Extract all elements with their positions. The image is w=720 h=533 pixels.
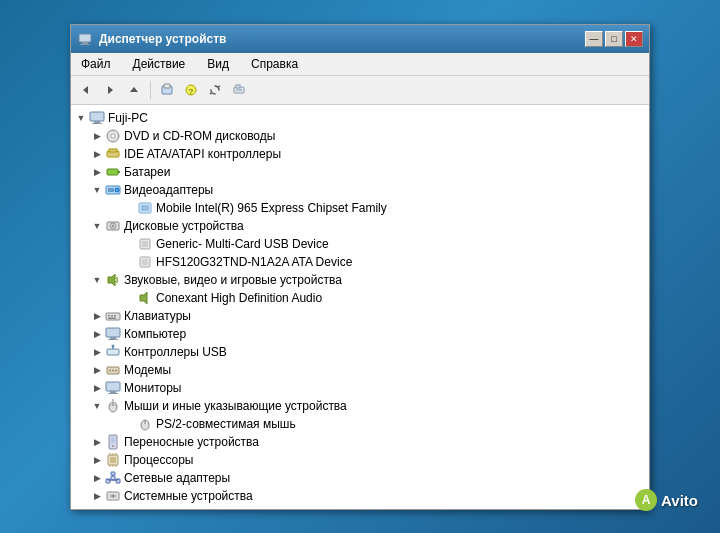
tree-item-processors[interactable]: ▶ Процессоры [71,451,649,469]
expand-icon-ide[interactable]: ▶ [89,146,105,162]
expand-icon-sound[interactable]: ▼ [89,272,105,288]
svg-rect-28 [141,205,149,211]
expand-icon-batteries[interactable]: ▶ [89,164,105,180]
icon-mice [105,398,121,414]
svg-rect-16 [94,121,100,123]
svg-point-50 [109,369,111,371]
icon-dvd [105,128,121,144]
tree-item-modems[interactable]: ▶ Модемы [71,361,649,379]
up-button[interactable] [123,79,145,101]
icon-ide [105,146,121,162]
close-button[interactable]: ✕ [625,31,643,47]
label-hfs: HFS120G32TND-N1A2A ATA Device [156,255,352,269]
expand-icon-usb[interactable]: ▶ [89,344,105,360]
tree-item-dvd[interactable]: ▶ DVD и CD-ROM дисководы [71,127,649,145]
tree-item-disk-devices[interactable]: ▼ Дисковые устройства [71,217,649,235]
tree-item-monitors[interactable]: ▶ Мониторы [71,379,649,397]
tree-item-usb-controllers[interactable]: ▶ Контроллеры USB [71,343,649,361]
expand-icon-portable[interactable]: ▶ [89,434,105,450]
expand-icon-network[interactable]: ▶ [89,470,105,486]
expand-icon-computers[interactable]: ▶ [89,326,105,342]
label-batteries: Батареи [124,165,170,179]
menu-file[interactable]: Файл [75,55,117,73]
label-multicard: Generic- Multi-Card USB Device [156,237,329,251]
menu-action[interactable]: Действие [127,55,192,73]
svg-rect-1 [82,42,88,44]
properties-button[interactable] [156,79,178,101]
menu-help[interactable]: Справка [245,55,304,73]
icon-system-devices [105,488,121,504]
svg-point-64 [112,445,114,447]
svg-rect-23 [118,171,120,173]
label-portable: Переносные устройства [124,435,259,449]
tree-item-system-devices[interactable]: ▶ Системные устройства [71,487,649,505]
svg-rect-2 [80,44,90,45]
tree-item-fuji-pc[interactable]: ▼ Fuji-PC [71,109,649,127]
minimize-button[interactable]: — [585,31,603,47]
tree-item-videoadapters[interactable]: ▼ Видеоадаптеры [71,181,649,199]
label-disk-devices: Дисковые устройства [124,219,244,233]
label-system-devices: Системные устройства [124,489,253,503]
menu-bar: Файл Действие Вид Справка [71,53,649,76]
svg-rect-15 [90,112,104,121]
label-network-adapters: Сетевые адаптеры [124,471,230,485]
svg-rect-44 [110,337,116,339]
menu-view[interactable]: Вид [201,55,235,73]
expand-icon-mice[interactable]: ▼ [89,398,105,414]
svg-rect-42 [108,317,116,319]
tree-item-portable[interactable]: ▶ Переносные устройства [71,433,649,451]
svg-rect-41 [114,315,116,317]
refresh-button[interactable] [204,79,226,101]
icon-disk-devices [105,218,121,234]
device-tree[interactable]: ▼ Fuji-PC ▶ DVD и CD-ROM дисководы [71,105,649,509]
device-manager-window: Диспетчер устройств — □ ✕ Файл Действие … [70,24,650,510]
icon-computer [89,110,105,126]
icon-portable [105,434,121,450]
icon-multicard [137,236,153,252]
tree-item-sound[interactable]: ▼ Звуковые, видео и игровые устройства [71,271,649,289]
expand-icon-videoadapters[interactable]: ▼ [89,182,105,198]
tree-item-multicard[interactable]: ▶ Generic- Multi-Card USB Device [71,235,649,253]
tree-item-network-adapters[interactable]: ▶ Сетевые адаптеры [71,469,649,487]
svg-rect-0 [79,34,91,42]
svg-rect-43 [106,328,120,337]
help-button[interactable]: ? [180,79,202,101]
tree-item-ide[interactable]: ▶ IDE ATA/ATAPI контроллеры [71,145,649,163]
tree-item-computers[interactable]: ▶ Компьютер [71,325,649,343]
title-bar-icon [77,31,93,47]
label-keyboards: Клавиатуры [124,309,191,323]
svg-rect-33 [142,241,148,247]
label-dvd: DVD и CD-ROM дисководы [124,129,275,143]
expand-icon-disk-devices[interactable]: ▼ [89,218,105,234]
tree-item-hfs[interactable]: ▶ HFS120G32TND-N1A2A ATA Device [71,253,649,271]
toolbar: ? [71,76,649,105]
expand-icon-monitors[interactable]: ▶ [89,380,105,396]
svg-rect-66 [110,457,116,463]
label-conexant: Conexant High Definition Audio [156,291,322,305]
tree-item-ps2-mouse[interactable]: ▶ PS/2-совместимая мышь [71,415,649,433]
icon-sound [105,272,121,288]
expand-icon-keyboards[interactable]: ▶ [89,308,105,324]
extra-button[interactable] [228,79,250,101]
expand-icon-fuji-pc[interactable]: ▼ [73,110,89,126]
icon-processors [105,452,121,468]
tree-item-mice[interactable]: ▼ Мыши и иные указывающие устройства [71,397,649,415]
svg-marker-5 [130,87,138,92]
expand-icon-modems[interactable]: ▶ [89,362,105,378]
back-button[interactable] [75,79,97,101]
icon-monitors [105,380,121,396]
svg-rect-55 [108,393,118,394]
expand-icon-processors[interactable]: ▶ [89,452,105,468]
avito-badge: A Avito [635,489,698,511]
tree-item-keyboards[interactable]: ▶ Клавиатуры [71,307,649,325]
tree-item-intel-gpu[interactable]: ▶ Mobile Intel(R) 965 Express Chipset Fa… [71,199,649,217]
maximize-button[interactable]: □ [605,31,623,47]
expand-icon-system[interactable]: ▶ [89,488,105,504]
svg-point-48 [112,344,115,347]
title-bar-buttons: — □ ✕ [585,31,643,47]
svg-point-52 [115,369,117,371]
expand-icon-dvd[interactable]: ▶ [89,128,105,144]
tree-item-batteries[interactable]: ▶ Батареи [71,163,649,181]
tree-item-conexant[interactable]: ▶ Conexant High Definition Audio [71,289,649,307]
forward-button[interactable] [99,79,121,101]
